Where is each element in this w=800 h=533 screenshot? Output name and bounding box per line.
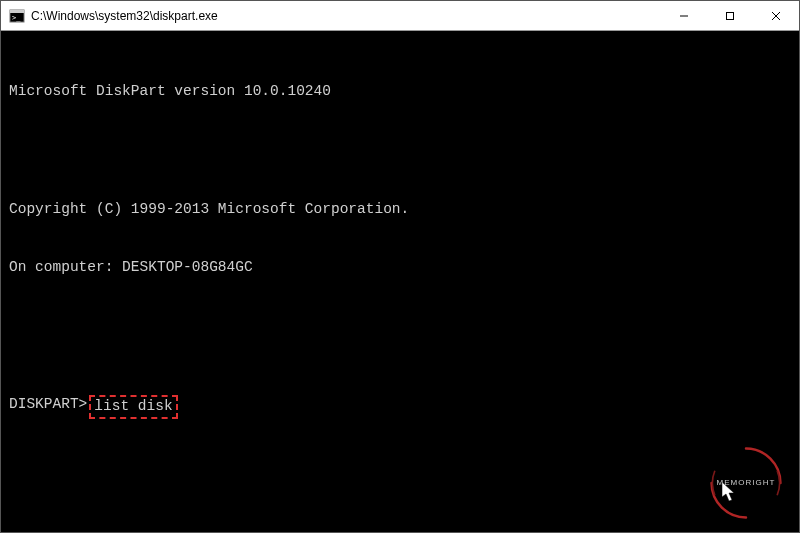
console-icon: >_ xyxy=(9,8,25,24)
prompt: DISKPART> xyxy=(9,395,87,415)
minimize-button[interactable] xyxy=(661,1,707,30)
maximize-button[interactable] xyxy=(707,1,753,30)
window-frame: >_ C:\Windows\system32\diskpart.exe Micr… xyxy=(0,0,800,533)
version-line: Microsoft DiskPart version 10.0.10240 xyxy=(9,82,791,102)
copyright-line: Copyright (C) 1999-2013 Microsoft Corpor… xyxy=(9,200,791,220)
blank-line xyxy=(9,317,791,337)
watermark-text: MEMORIGHT xyxy=(717,478,776,489)
svg-text:>_: >_ xyxy=(12,14,21,22)
computer-line: On computer: DESKTOP-08G84GC xyxy=(9,258,791,278)
close-button[interactable] xyxy=(753,1,799,30)
window-controls xyxy=(661,1,799,30)
terminal-area[interactable]: Microsoft DiskPart version 10.0.10240 Co… xyxy=(1,31,799,532)
blank-line xyxy=(9,141,791,161)
watermark-logo: MEMORIGHT xyxy=(705,442,787,524)
window-title: C:\Windows\system32\diskpart.exe xyxy=(31,9,661,23)
blank-line xyxy=(9,477,791,497)
prompt-line-1: DISKPART> list disk xyxy=(9,395,791,419)
titlebar[interactable]: >_ C:\Windows\system32\diskpart.exe xyxy=(1,1,799,31)
cmd-list-disk: list disk xyxy=(89,395,177,419)
svg-rect-1 xyxy=(10,10,24,13)
svg-rect-4 xyxy=(727,12,734,19)
